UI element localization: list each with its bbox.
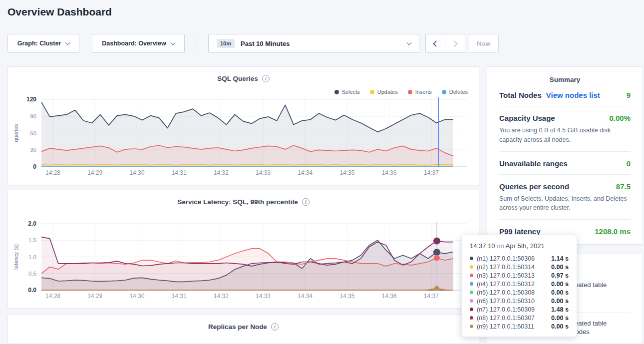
tooltip-time: 14:37:10	[470, 242, 495, 250]
tooltip-row: (n6) 127.0.0.1:503100.00 s	[470, 297, 569, 305]
tooltip-rows: (n1) 127.0.0.1:503061.14 s(n2) 127.0.0.1…	[470, 254, 569, 331]
chart-title-replicas: Replicas per Node	[208, 323, 267, 331]
svg-text:latency (s): latency (s)	[13, 244, 19, 270]
tooltip-node-latency: 1.48 s	[551, 306, 569, 313]
svg-text:30: 30	[30, 147, 36, 153]
summary-row-unavailable-ranges: Unavailable ranges 0	[499, 152, 631, 175]
info-icon[interactable]: i	[302, 198, 310, 206]
time-range-label: Past 10 Minutes	[241, 40, 401, 47]
svg-text:60: 60	[30, 130, 36, 136]
total-nodes-value: 9	[627, 91, 631, 99]
tooltip-row: (n1) 127.0.0.1:503061.14 s	[470, 254, 569, 263]
legend-item-selects[interactable]: Selects	[334, 89, 360, 95]
series-dot-icon	[470, 257, 473, 260]
tooltip-node-address: (n5) 127.0.0.1:50308	[477, 289, 548, 296]
time-prev-button[interactable]	[425, 34, 445, 53]
chart-title-sql-queries: SQL Queries	[217, 75, 258, 82]
svg-text:14:29: 14:29	[87, 293, 102, 300]
tooltip-node-latency: 0.00 s	[551, 323, 569, 330]
legend-item-inserts[interactable]: Inserts	[408, 89, 432, 95]
tooltip-node-latency: 0.00 s	[551, 289, 569, 296]
controls-divider	[197, 35, 197, 52]
legend-dot-icon	[442, 90, 446, 94]
tooltip-node-latency: 0.00 s	[551, 281, 569, 288]
tooltip-row: (n3) 127.0.0.1:503130.97 s	[470, 271, 569, 280]
legend-item-updates[interactable]: Updates	[370, 89, 398, 95]
tooltip-row: (n8) 127.0.0.1:503070.00 s	[470, 314, 569, 322]
svg-text:14:32: 14:32	[214, 169, 229, 176]
chart-title-service-latency: Service Latency: SQL, 99th percentile	[177, 198, 298, 206]
legend-dot-icon	[334, 90, 339, 94]
p99-latency-value: 1208.0 ms	[595, 227, 631, 236]
service-latency-chart[interactable]: 14:2814:2914:3014:3114:3214:3314:3414:35…	[8, 218, 480, 310]
graph-dropdown[interactable]: Graph: Cluster	[7, 34, 79, 53]
series-dot-icon	[470, 291, 473, 294]
dashboard-dropdown[interactable]: Dashboard: Overview	[92, 34, 185, 53]
tooltip-node-address: (n8) 127.0.0.1:50307	[477, 315, 548, 322]
tooltip-node-latency: 0.00 s	[551, 315, 569, 322]
tooltip-node-latency: 1.14 s	[551, 255, 569, 262]
svg-text:14:32: 14:32	[214, 293, 229, 300]
sql-queries-panel: SQL Queries i SelectsUpdatesInsertsDelet…	[7, 66, 479, 185]
queries-per-second-value: 87.5	[616, 182, 631, 191]
series-dot-icon	[470, 325, 473, 328]
tooltip-date: Apr 5th, 2021	[506, 242, 545, 250]
tooltip-node-address: (n4) 127.0.0.1:50312	[477, 281, 548, 288]
series-dot-icon	[470, 316, 473, 320]
info-icon[interactable]: i	[262, 75, 270, 82]
time-next-button[interactable]	[445, 34, 465, 53]
svg-text:14:34: 14:34	[298, 169, 313, 176]
svg-text:14:30: 14:30	[129, 293, 144, 300]
tooltip-row: (n7) 127.0.0.1:503091.48 s	[470, 305, 569, 314]
summary-panel: Summary Total Nodes View nodes list 9 Ca…	[487, 66, 643, 245]
svg-text:14:37: 14:37	[424, 293, 439, 300]
chevron-down-icon	[407, 40, 412, 45]
tooltip-node-address: (n2) 127.0.0.1:50314	[477, 264, 548, 271]
tooltip-timestamp: 14:37:10 on Apr 5th, 2021	[470, 242, 569, 250]
svg-text:14:36: 14:36	[382, 169, 397, 176]
tooltip-node-address: (n9) 127.0.0.1:50311	[477, 323, 548, 330]
tooltip-node-address: (n7) 127.0.0.1:50309	[477, 306, 548, 313]
dashboard-dropdown-label: Dashboard: Overview	[102, 40, 166, 47]
now-button[interactable]: Now	[469, 34, 499, 53]
graph-dropdown-label: Graph: Cluster	[17, 40, 61, 47]
summary-row-queries-per-second: Queries per second 87.5 Sum of Selects, …	[499, 175, 631, 220]
time-range-selector[interactable]: 10m Past 10 Minutes	[208, 34, 419, 53]
queries-per-second-subtext: Sum of Selects, Updates, Inserts, and De…	[499, 194, 631, 213]
sql-chart-legend: SelectsUpdatesInsertsDeletes	[334, 89, 468, 95]
svg-text:120: 120	[26, 97, 36, 103]
legend-label: Deletes	[449, 89, 468, 95]
svg-text:14:36: 14:36	[382, 293, 397, 300]
chevron-left-icon	[433, 40, 439, 47]
svg-text:14:28: 14:28	[45, 169, 60, 176]
view-nodes-list-link[interactable]: View nodes list	[546, 91, 600, 99]
series-dot-icon	[470, 265, 473, 269]
sql-queries-chart[interactable]: 14:2814:2914:3014:3114:3214:3314:3414:35…	[8, 97, 480, 186]
capacity-usage-value: 0.00%	[609, 114, 631, 122]
queries-per-second-label: Queries per second	[499, 182, 569, 191]
svg-text:queries: queries	[13, 124, 19, 142]
svg-text:14:35: 14:35	[339, 293, 354, 300]
chevron-right-icon	[451, 40, 458, 47]
summary-row-capacity-usage: Capacity Usage 0.00% You are using 0 B o…	[499, 106, 631, 152]
legend-label: Selects	[342, 89, 360, 95]
tooltip-node-latency: 0.00 s	[551, 264, 569, 271]
tooltip-row: (n2) 127.0.0.1:503140.00 s	[470, 263, 569, 271]
info-icon[interactable]: i	[271, 323, 279, 331]
chevron-down-icon	[65, 40, 70, 45]
svg-text:14:29: 14:29	[87, 169, 102, 176]
tooltip-node-latency: 0.00 s	[551, 298, 569, 305]
series-dot-icon	[470, 274, 473, 277]
summary-title: Summary	[487, 67, 643, 83]
svg-text:14:30: 14:30	[129, 169, 144, 176]
svg-text:14:33: 14:33	[256, 293, 271, 300]
page-title: Overview Dashboard	[7, 6, 112, 18]
svg-text:14:31: 14:31	[172, 169, 187, 176]
legend-item-deletes[interactable]: Deletes	[442, 89, 468, 95]
svg-text:14:34: 14:34	[298, 293, 313, 300]
legend-dot-icon	[370, 90, 374, 94]
series-dot-icon	[470, 282, 473, 286]
svg-text:14:37: 14:37	[424, 169, 439, 176]
tooltip-row: (n9) 127.0.0.1:503110.00 s	[470, 322, 569, 331]
tooltip-row: (n5) 127.0.0.1:503080.00 s	[470, 288, 569, 297]
